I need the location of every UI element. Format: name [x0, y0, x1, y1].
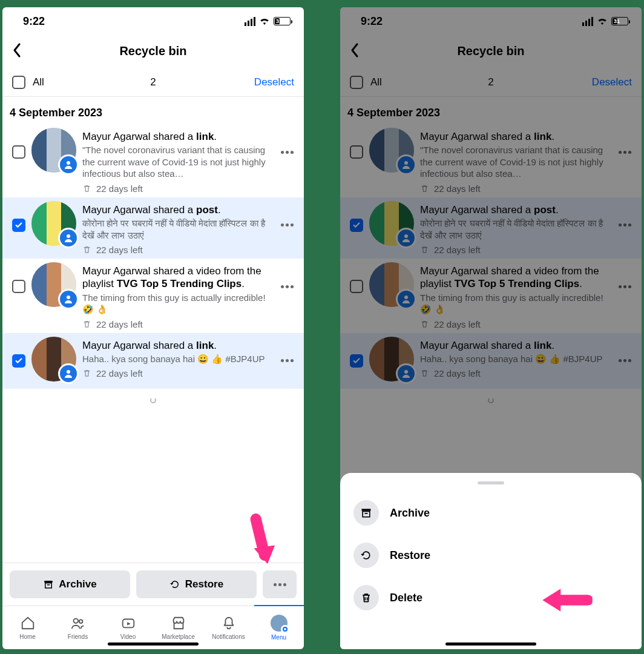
trash-icon — [82, 184, 91, 193]
page-title: Recycle bin — [119, 44, 186, 58]
item-checkbox[interactable] — [12, 219, 25, 232]
sheet-delete[interactable]: Delete — [340, 576, 642, 619]
action-sheet: Archive Restore Delete — [340, 473, 642, 649]
tab-notifications[interactable]: Notifications — [203, 606, 254, 649]
archive-button[interactable]: Archive — [10, 570, 130, 598]
item-thumbnail — [31, 337, 76, 382]
item-checkbox[interactable] — [12, 354, 25, 368]
item-thumbnail — [31, 201, 76, 246]
item-description: The timing from this guy is actually inc… — [82, 292, 270, 315]
sheet-restore[interactable]: Restore — [340, 534, 642, 576]
item-description: कोरोना होने पर घबरायें नहीं ये वीडियो मे… — [82, 217, 270, 241]
item-checkbox[interactable] — [12, 145, 25, 159]
item-more-button[interactable] — [276, 128, 298, 176]
tab-home[interactable]: Home — [2, 606, 53, 649]
svg-rect-4 — [45, 581, 53, 583]
trash-icon — [82, 245, 91, 254]
tab-friends[interactable]: Friends — [53, 606, 103, 649]
select-all-label: All — [33, 76, 44, 88]
trash-icon — [353, 585, 379, 610]
bottom-actions: Archive Restore — [2, 563, 304, 606]
item-more-button[interactable] — [276, 337, 298, 385]
wifi-icon — [259, 17, 270, 25]
item-description: "The novel coronavirus variant that is c… — [82, 144, 270, 180]
item-more-button[interactable] — [276, 262, 298, 311]
svg-rect-16 — [365, 513, 368, 514]
list-item[interactable]: Mayur Agarwal shared a link. "The novel … — [2, 124, 304, 197]
cellular-icon — [245, 17, 255, 26]
svg-point-7 — [73, 619, 77, 623]
select-all-checkbox[interactable] — [12, 76, 25, 89]
list-item[interactable]: Mayur Agarwal shared a post. कोरोना होने… — [2, 197, 304, 259]
item-meta: 22 days left — [82, 183, 270, 194]
list-item[interactable]: Mayur Agarwal shared a link. Haha.. kya … — [2, 333, 304, 389]
back-button[interactable] — [11, 43, 23, 60]
deselect-button[interactable]: Deselect — [254, 76, 294, 88]
clock: 9:22 — [23, 15, 45, 28]
item-thumbnail — [31, 262, 76, 307]
loading-spinner — [2, 389, 304, 413]
header: Recycle bin — [2, 35, 304, 68]
item-thumbnail — [31, 128, 76, 173]
profile-badge-icon — [58, 289, 79, 309]
item-meta: 22 days left — [82, 368, 270, 378]
screen-right: 9:22 31 Recycle bin All 2 Deselect 4 Sep… — [340, 7, 642, 649]
restore-icon — [353, 543, 379, 568]
item-title: Mayur Agarwal shared a post. — [82, 203, 270, 216]
archive-icon — [353, 500, 379, 526]
svg-rect-5 — [45, 583, 52, 588]
tab-menu[interactable]: Menu — [254, 606, 304, 649]
home-indicator — [108, 642, 199, 646]
item-checkbox[interactable] — [12, 280, 25, 293]
restore-button[interactable]: Restore — [136, 570, 257, 598]
item-title: Mayur Agarwal shared a link. — [82, 130, 270, 143]
item-description: Haha.. kya song banaya hai 😀 👍 #BJP4UP — [82, 353, 270, 365]
item-meta: 22 days left — [82, 319, 270, 329]
svg-rect-6 — [47, 584, 50, 586]
battery-icon: 31 — [274, 17, 291, 25]
item-list: Mayur Agarwal shared a link. "The novel … — [2, 124, 304, 389]
profile-badge-icon — [58, 363, 79, 384]
item-meta: 22 days left — [82, 245, 270, 255]
home-indicator — [445, 642, 536, 646]
svg-point-1 — [67, 234, 70, 238]
screen-left: 9:22 31 Recycle bin All 2 Deselect 4 Sep… — [2, 7, 304, 649]
profile-badge-icon — [58, 228, 79, 248]
trash-icon — [82, 369, 91, 378]
status-bar: 9:22 31 — [2, 7, 304, 35]
svg-point-3 — [67, 370, 70, 374]
list-item[interactable]: Mayur Agarwal shared a video from the pl… — [2, 259, 304, 333]
item-title: Mayur Agarwal shared a video from the pl… — [82, 265, 270, 291]
menu-icon — [281, 625, 289, 633]
svg-point-2 — [67, 296, 70, 299]
more-actions-button[interactable] — [263, 570, 297, 598]
sheet-grabber[interactable] — [478, 481, 504, 484]
svg-point-8 — [79, 619, 82, 623]
item-title: Mayur Agarwal shared a link. — [82, 339, 270, 352]
svg-point-0 — [67, 161, 70, 165]
avatar — [271, 615, 288, 632]
status-indicators: 31 — [245, 17, 291, 26]
item-more-button[interactable] — [276, 201, 298, 249]
selection-bar: All 2 Deselect — [2, 68, 304, 97]
date-header: 4 September 2023 — [2, 97, 304, 124]
svg-rect-15 — [363, 512, 370, 517]
sheet-archive[interactable]: Archive — [340, 492, 642, 534]
svg-rect-14 — [362, 509, 371, 510]
selection-count: 2 — [150, 76, 156, 88]
trash-icon — [82, 320, 91, 329]
profile-badge-icon — [58, 154, 79, 175]
